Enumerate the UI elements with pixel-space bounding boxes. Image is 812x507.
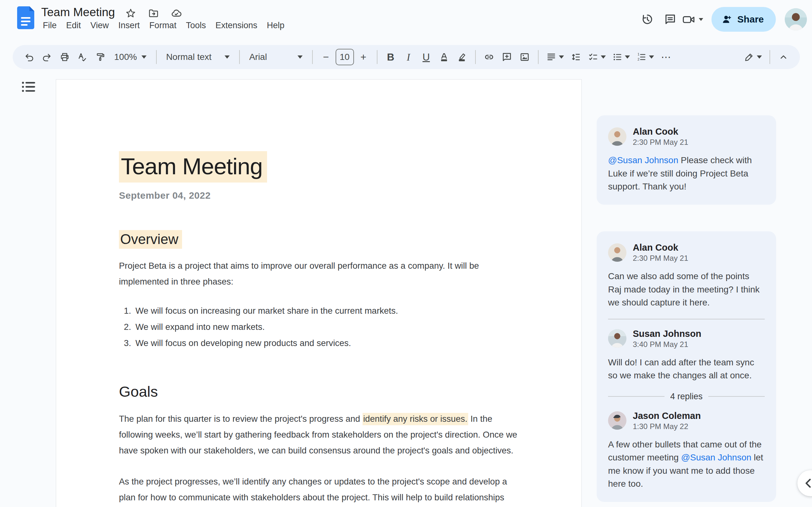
undo-icon[interactable] [21, 48, 38, 66]
chevron-left-icon [804, 478, 812, 489]
share-button[interactable]: Share [711, 7, 776, 32]
version-history-icon[interactable] [636, 8, 659, 31]
comment-author: Alan Cook [633, 242, 688, 253]
comment-thread-2[interactable]: Alan Cook 2:30 PM May 21 Can we also add… [597, 231, 776, 502]
avatar-alan-cook [608, 243, 626, 262]
chevron-down-icon [601, 55, 606, 59]
menu-insert[interactable]: Insert [113, 18, 145, 33]
avatar-jason-coleman [608, 411, 626, 430]
menu-format[interactable]: Format [145, 18, 182, 33]
font-size-field[interactable]: 10 [336, 49, 354, 65]
svg-text:1: 1 [638, 52, 640, 56]
redo-icon[interactable] [39, 48, 55, 66]
divider [475, 50, 476, 64]
insert-image-icon[interactable] [516, 48, 533, 66]
goals-paragraph-1: The plan for this quarter is to review t… [119, 411, 519, 458]
collapse-toolbar-icon[interactable] [775, 48, 792, 66]
align-icon [546, 52, 556, 62]
decrease-font-size-button[interactable]: − [318, 48, 334, 66]
text-color-icon[interactable] [436, 48, 452, 66]
divider [538, 50, 539, 64]
open-comments-icon[interactable] [659, 8, 681, 31]
phases-list: We will focus on increasing our market s… [119, 303, 519, 351]
insert-link-icon[interactable] [481, 48, 497, 66]
menu-help[interactable]: Help [262, 18, 289, 33]
avatar-susan-johnson [608, 329, 626, 348]
google-docs-logo-icon[interactable] [17, 6, 34, 29]
add-comment-icon[interactable] [499, 48, 515, 66]
more-icon[interactable]: ⋯ [658, 48, 674, 66]
mention-link[interactable]: @Susan Johnson [681, 452, 751, 462]
document-outline-icon[interactable] [20, 78, 38, 95]
doc-title-text: Team Meeting [119, 151, 267, 182]
document-page[interactable]: Team Meeting September 04, 2022 Overview… [56, 79, 582, 507]
numbered-list-button[interactable]: 1 2 [634, 48, 657, 66]
star-icon[interactable] [124, 7, 137, 20]
chevron-down-icon [757, 55, 762, 59]
overview-heading: Overview [119, 231, 519, 247]
underline-icon[interactable]: U [418, 48, 435, 66]
bold-icon[interactable]: B [383, 48, 399, 66]
menu-view[interactable]: View [86, 18, 113, 33]
comment-author: Jason Coleman [633, 410, 701, 421]
editing-mode-button[interactable] [742, 48, 764, 66]
chevron-down-icon [224, 55, 230, 59]
highlighted-text: identify any risks or issues. [362, 413, 468, 425]
cloud-status-icon[interactable] [170, 7, 183, 20]
font-select[interactable]: Arial [245, 48, 307, 66]
divider [156, 50, 157, 64]
comment-body: @Susan Johnson Please check with Luke if… [608, 154, 765, 193]
meet-video-button[interactable] [681, 13, 703, 26]
account-avatar[interactable] [785, 8, 807, 31]
meet-caret-icon [699, 18, 703, 21]
divider [769, 50, 770, 64]
editing-mode-pen-icon [744, 52, 754, 62]
checklist-button[interactable] [586, 48, 608, 66]
doc-date: September 04, 2022 [119, 190, 519, 201]
menu-edit[interactable]: Edit [61, 18, 86, 33]
zoom-select[interactable]: 100% [110, 48, 151, 66]
replies-count: 4 replies [670, 392, 703, 401]
line-spacing-icon[interactable] [568, 48, 584, 66]
font-value: Arial [249, 52, 267, 62]
style-value: Normal text [166, 52, 212, 62]
align-button[interactable] [544, 48, 566, 66]
print-icon[interactable] [56, 48, 73, 66]
divider [239, 50, 240, 64]
divider [608, 396, 664, 397]
hide-comments-edge-button[interactable] [798, 470, 812, 496]
increase-font-size-button[interactable]: + [355, 48, 372, 66]
comment-thread-1[interactable]: Alan Cook 2:30 PM May 21 @Susan Johnson … [597, 115, 776, 205]
highlight-color-icon[interactable] [454, 48, 470, 66]
checklist-icon [588, 52, 598, 62]
bulleted-list-button[interactable] [610, 48, 632, 66]
list-item: We will focus on increasing our market s… [134, 303, 519, 319]
mention-link[interactable]: @Susan Johnson [608, 155, 678, 165]
comment-body: Will do! I can add after the team sync s… [608, 356, 765, 382]
paint-format-icon[interactable] [92, 48, 108, 66]
bulleted-list-icon [612, 52, 622, 62]
share-label: Share [738, 14, 764, 25]
chevron-down-icon [559, 55, 564, 59]
italic-icon[interactable]: I [400, 48, 417, 66]
chevron-down-icon [649, 55, 654, 59]
chevron-down-icon [298, 55, 303, 59]
divider [708, 396, 765, 397]
overview-paragraph: Project Beta is a project that aims to i… [119, 258, 519, 290]
comment-time: 2:30 PM May 21 [633, 138, 688, 147]
paragraph-style-select[interactable]: Normal text [162, 48, 234, 66]
list-item: We will expand into new markets. [134, 319, 519, 335]
comment-time: 2:30 PM May 21 [633, 254, 688, 263]
menu-extensions[interactable]: Extensions [211, 18, 262, 33]
numbered-list-icon: 1 2 [636, 52, 647, 62]
document-title[interactable]: Team Meeting [41, 6, 115, 19]
replies-separator[interactable]: 4 replies [608, 392, 765, 401]
spellcheck-icon[interactable] [74, 48, 91, 66]
zoom-value: 100% [114, 52, 137, 62]
menu-file[interactable]: File [38, 18, 61, 33]
share-person-icon [722, 14, 732, 25]
move-folder-icon[interactable] [147, 7, 160, 20]
menu-tools[interactable]: Tools [181, 18, 211, 33]
menu-bar: File Edit View Insert Format Tools Exten… [38, 18, 289, 33]
chevron-down-icon [142, 55, 147, 59]
